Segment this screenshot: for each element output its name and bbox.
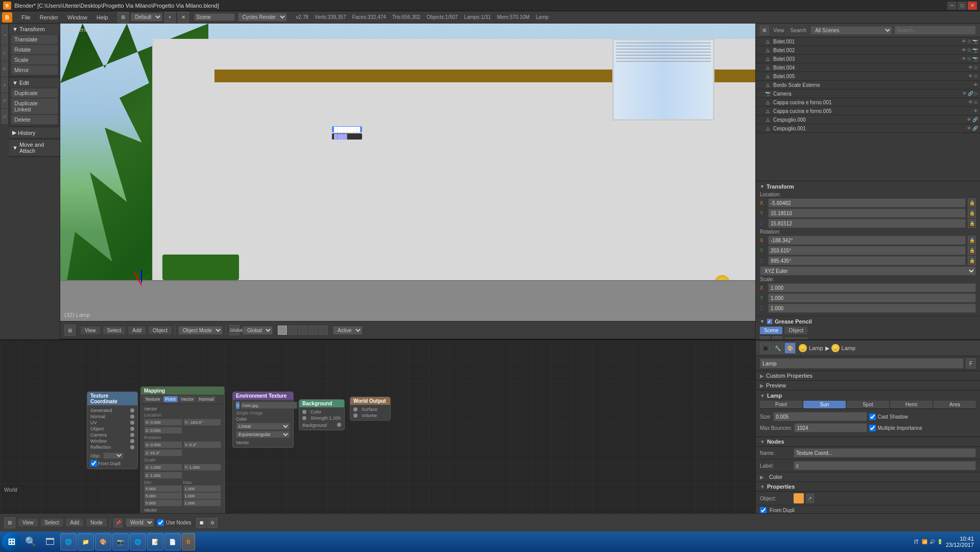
object-link-btn[interactable]: ↗: [806, 494, 814, 503]
taskbar-photoshop[interactable]: 📷: [112, 533, 129, 550]
scale-y-input[interactable]: 1.000: [768, 293, 976, 303]
rot-z[interactable]: [144, 449, 182, 456]
menu-render[interactable]: Render: [36, 13, 62, 21]
rot-x[interactable]: [144, 441, 182, 448]
outliner-item-cespuglio000[interactable]: △ Cespuglio.000 👁 🔗: [756, 116, 980, 124]
object-menu-btn[interactable]: Object: [149, 327, 172, 334]
node-add-btn[interactable]: Add: [66, 519, 83, 526]
projection-select[interactable]: Equirectangular: [236, 431, 290, 438]
multiple-importance-check[interactable]: [869, 425, 876, 431]
create-icon[interactable]: C: [1, 45, 8, 61]
size-input[interactable]: 0.005: [773, 412, 867, 421]
sc-x[interactable]: [144, 464, 182, 471]
active-select[interactable]: Active: [333, 326, 363, 335]
task-view-icon[interactable]: 🗖: [41, 533, 59, 551]
env-settings-btn[interactable]: ⚙: [236, 402, 240, 409]
layer-1-btn[interactable]: [278, 326, 287, 335]
renderer-select[interactable]: Cycles Render: [238, 13, 287, 21]
grease-pencil-side-icon[interactable]: G: [1, 109, 8, 124]
node-snap-btn[interactable]: 🔲: [196, 518, 206, 528]
taskbar-unknown[interactable]: 📄: [164, 533, 181, 550]
menu-window[interactable]: Window: [63, 13, 91, 21]
node-name-input[interactable]: Texture Coord...: [794, 448, 976, 457]
normal-tab[interactable]: Normal: [197, 396, 216, 402]
scale-z-input[interactable]: 1.000: [768, 304, 976, 313]
taskbar-blender[interactable]: B: [182, 533, 195, 550]
layout-select[interactable]: Default: [131, 13, 162, 21]
layer-3-btn[interactable]: [298, 326, 307, 335]
add-screen-icon[interactable]: +: [164, 12, 176, 23]
global-coord-btn[interactable]: Global: [229, 325, 240, 335]
close-button[interactable]: ✕: [968, 2, 977, 10]
layer-2-btn[interactable]: [288, 326, 297, 335]
select-menu-btn[interactable]: Select: [103, 327, 126, 334]
outliner-item-bordo[interactable]: △ Bordo Scale Esterne 👁: [756, 81, 980, 89]
texture-coord-node[interactable]: Texture Coordinate Generated Normal UV O…: [87, 392, 138, 469]
location-y-input[interactable]: 15.18510: [768, 209, 966, 218]
lamp-menu-btn[interactable]: ⊞: [760, 342, 771, 354]
rotate-button[interactable]: Rotate: [11, 45, 58, 54]
rotation-z-input[interactable]: 995.435°: [768, 256, 966, 265]
node-editor[interactable]: Texture Coordinate Generated Normal UV O…: [0, 340, 755, 513]
color-space-select[interactable]: Linear: [236, 423, 290, 430]
background-node[interactable]: Background Color Strength:1.200 Backgrou…: [299, 399, 345, 430]
max-y[interactable]: [183, 492, 222, 499]
mapping-node[interactable]: Mapping Texture Point Vector Normal Vect…: [140, 386, 225, 513]
add-menu-btn[interactable]: Add: [128, 327, 146, 334]
lock-ry-btn[interactable]: 🔒: [968, 246, 976, 255]
env-texture-node[interactable]: Environment Texture ⚙ ▼ ✕ Single Image C…: [232, 392, 294, 448]
node-label-input[interactable]: c: [794, 461, 976, 470]
sun-type-btn[interactable]: Sun: [803, 401, 846, 408]
view-mode-icon[interactable]: ⊞: [117, 12, 129, 23]
properties-section-header[interactable]: ▼ Properties: [756, 482, 980, 492]
taskbar-paint[interactable]: 🎨: [95, 533, 111, 550]
cast-shadow-check[interactable]: [869, 413, 876, 420]
outliner-item-bidet002[interactable]: △ Bidet.002 👁 ⊙ 📷: [756, 46, 980, 55]
relations-icon[interactable]: R: [1, 61, 8, 77]
maximize-button[interactable]: □: [958, 2, 967, 10]
outliner-item-camera[interactable]: 📷 Camera 👁 🔗 ▷: [756, 89, 980, 98]
menu-help[interactable]: Help: [92, 13, 112, 21]
lock-rx-btn[interactable]: 🔒: [968, 236, 976, 245]
duplicate-button[interactable]: Duplicate: [11, 88, 58, 98]
custom-props-row[interactable]: ▶ Custom Properties: [756, 371, 980, 381]
node-toolbar-menu-btn[interactable]: ⊞: [4, 517, 15, 528]
taskbar-explorer[interactable]: 📁: [78, 533, 94, 550]
interaction-mode-select[interactable]: Object Mode: [178, 326, 223, 335]
location-z-input[interactable]: 15.81512: [768, 219, 966, 228]
minimize-button[interactable]: ─: [947, 2, 957, 10]
point-tab[interactable]: Point: [163, 396, 178, 402]
spot-type-btn[interactable]: Spot: [847, 401, 889, 408]
vector-tab[interactable]: Vector: [179, 396, 196, 402]
outliner-item-bidet005[interactable]: △ Bidet.005 👁 ⊙: [756, 72, 980, 81]
area-type-btn[interactable]: Area: [934, 401, 976, 408]
preview-row[interactable]: ▶ Preview: [756, 381, 980, 390]
scale-x-input[interactable]: 1.000: [768, 283, 976, 292]
sc-z[interactable]: [144, 472, 182, 479]
3d-viewport[interactable]: Top Persp: [60, 24, 755, 321]
loc-z[interactable]: [144, 427, 182, 434]
node-node-btn[interactable]: Node: [86, 519, 107, 526]
rotation-mode-select[interactable]: XYZ Euler: [760, 266, 976, 275]
min-z[interactable]: [144, 499, 182, 507]
view-menu-btn[interactable]: View: [81, 327, 100, 334]
location-x-input[interactable]: -5.60482: [768, 198, 966, 208]
min-y[interactable]: [144, 492, 182, 499]
menu-file[interactable]: File: [17, 13, 35, 21]
translate-button[interactable]: Translate: [11, 35, 58, 44]
hemi-type-btn[interactable]: Hemi: [890, 401, 933, 408]
scale-button[interactable]: Scale: [11, 55, 58, 64]
point-type-btn[interactable]: Point: [760, 401, 802, 408]
lock-rz-btn[interactable]: 🔒: [968, 256, 976, 265]
animation-icon[interactable]: A: [1, 77, 8, 93]
sc-y[interactable]: [183, 464, 222, 471]
history-header[interactable]: ▶ History: [9, 128, 60, 137]
max-bounces-input[interactable]: 1024: [794, 423, 867, 432]
env-file-input[interactable]: [241, 402, 297, 409]
outliner-search[interactable]: [894, 26, 976, 35]
mirror-button[interactable]: Mirror: [11, 65, 58, 75]
node-pin-btn[interactable]: 📌: [113, 518, 123, 527]
move-attach-header[interactable]: ▼ Move and Attach: [9, 140, 60, 155]
texture-tab[interactable]: Texture: [143, 396, 162, 402]
duplicate-linked-button[interactable]: Duplicate Linked: [11, 99, 58, 114]
